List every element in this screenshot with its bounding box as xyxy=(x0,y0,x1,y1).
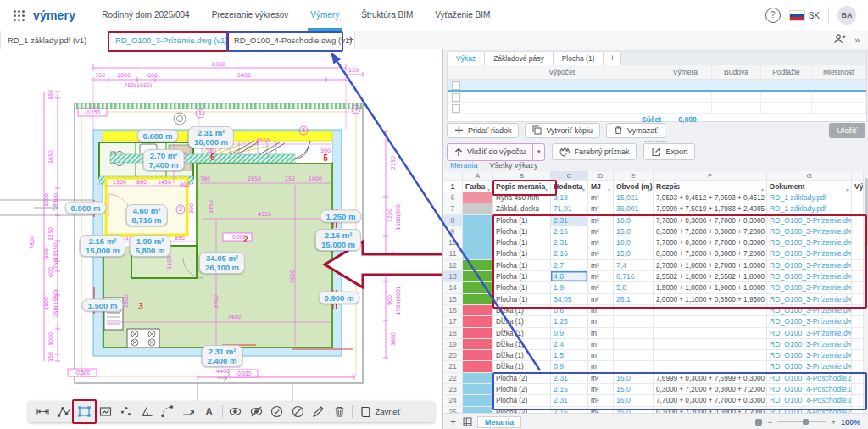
color-swatch-cell[interactable] xyxy=(463,192,493,203)
row-number[interactable]: 24 xyxy=(443,395,463,406)
vykaz-cell[interactable] xyxy=(761,80,812,90)
edit-icon[interactable] xyxy=(310,404,326,420)
cell-popis[interactable]: Plocha (1) xyxy=(493,215,551,226)
cell-popis[interactable]: Plocha (1) xyxy=(493,260,551,271)
color-swatch-cell[interactable] xyxy=(463,305,493,316)
delete-icon[interactable] xyxy=(331,404,348,420)
vykaz-tab-2[interactable]: Základové pásy xyxy=(485,52,554,65)
cell-obvod[interactable]: 8,716 xyxy=(614,271,654,282)
cell-obvod[interactable]: 36,001 xyxy=(614,203,654,214)
cell-popis[interactable]: Dĺžka (1) xyxy=(493,361,551,372)
cell-obvod[interactable]: 26,1 xyxy=(614,294,654,305)
cell-dokument[interactable]: RD_O100_3-Prízemie.dwg xyxy=(767,215,852,226)
cell-hodnota[interactable]: 71,01 xyxy=(551,203,588,214)
measurement-chip[interactable]: 0.600 m xyxy=(137,130,179,142)
row-number[interactable]: 13 xyxy=(443,271,463,282)
cell-hodnota[interactable]: 2,31 xyxy=(551,237,588,248)
cell-mj[interactable]: m² xyxy=(588,248,614,259)
filter-icon[interactable]: ▼ xyxy=(760,184,765,192)
row-number[interactable]: 10 xyxy=(443,237,463,248)
color-swatch-cell[interactable] xyxy=(463,282,493,293)
vykaz-cell[interactable] xyxy=(712,80,761,90)
measurement-chip[interactable]: 2.70 m²7,400 m xyxy=(143,149,185,171)
cell-mj[interactable]: m² xyxy=(588,215,614,226)
cell-obvod[interactable] xyxy=(614,350,654,361)
cell-obvod[interactable] xyxy=(614,328,654,339)
color-swatch-cell[interactable] xyxy=(463,294,493,305)
vykaz-cell[interactable] xyxy=(659,92,712,102)
cell-obvod[interactable]: 15,0 xyxy=(614,248,654,259)
sheet-header-7[interactable]: Dokument▼ xyxy=(767,181,852,192)
cell-obvod[interactable]: 16,0 xyxy=(614,237,654,248)
cell-hodnota[interactable]: 2,31 xyxy=(551,373,588,384)
color-swatch-cell[interactable] xyxy=(463,271,493,282)
document-tab-1[interactable]: RD_1 základy.pdf (v1) xyxy=(0,31,115,49)
cell-popis[interactable]: Plocha (1) xyxy=(493,226,551,237)
filter-icon[interactable]: ▼ xyxy=(607,184,611,192)
cell-popis[interactable]: Plocha (1) xyxy=(493,282,551,293)
color-flag-button[interactable]: Farebný príznak xyxy=(552,143,637,160)
cell-dokument[interactable]: RD_O100_3-Prízemie.dwg xyxy=(767,260,852,271)
cell-popis[interactable]: Základ. doska xyxy=(493,203,551,214)
sheet-header-2[interactable]: Popis merania▼ xyxy=(493,181,551,192)
checkbox[interactable] xyxy=(452,93,460,102)
corner-cell[interactable] xyxy=(443,171,463,181)
cell-popis[interactable]: Dĺžka (1) xyxy=(493,339,551,350)
cell-obvod[interactable]: 15,021 xyxy=(614,192,654,203)
cell-dokument[interactable]: RD_O100_3-Prízemie.dwg xyxy=(767,361,852,372)
cell-dokument[interactable]: RD_O100_4-Poschodie.dwg xyxy=(767,373,852,384)
color-swatch-cell[interactable] xyxy=(463,361,493,372)
chevron-down-icon[interactable]: ▾ xyxy=(532,144,545,160)
sheet-header-6[interactable]: Rozpis▼ xyxy=(654,181,767,192)
cell-rozpis[interactable]: 7,0593 + 0,4512 + 7,0593 + 0,4512 xyxy=(654,192,767,203)
vykaz-cell[interactable] xyxy=(465,103,659,113)
column-letter-A[interactable]: A xyxy=(463,171,493,181)
cell-mj[interactable]: m² xyxy=(588,407,614,413)
row-number[interactable]: 22 xyxy=(443,373,463,384)
cell-mj[interactable]: m xyxy=(588,316,614,327)
vykaz-cell[interactable] xyxy=(812,80,866,90)
nav-item-5[interactable]: Vyťaženie BIM xyxy=(424,0,501,31)
cell-mj[interactable]: m² xyxy=(588,384,614,395)
cell-rozpis[interactable] xyxy=(654,328,767,339)
vykaz-cell[interactable] xyxy=(712,103,761,113)
cell-rozpis[interactable] xyxy=(654,350,767,361)
vykaz-cell[interactable] xyxy=(465,92,659,102)
apps-grid-icon[interactable] xyxy=(14,10,25,21)
vykaz-column-2[interactable]: Výmera xyxy=(659,65,712,79)
cell-dokument[interactable]: RD_1 základy.pdf xyxy=(767,192,852,203)
cell-obvod[interactable]: 16,0 xyxy=(614,215,654,226)
cell-dokument[interactable]: RD_O100_4-Poschodie.dwg xyxy=(767,407,852,413)
row-number[interactable]: 17 xyxy=(443,316,463,327)
vykaz-empty-row[interactable] xyxy=(448,80,866,92)
approve-icon[interactable] xyxy=(269,404,285,420)
help-icon[interactable]: ? xyxy=(765,8,781,23)
cell-popis[interactable]: Ryha 450 mm xyxy=(493,192,551,203)
color-swatch-cell[interactable] xyxy=(463,407,493,413)
cell-obvod[interactable] xyxy=(614,339,654,350)
cell-hodnota[interactable]: 2,31 xyxy=(551,395,588,406)
cell-obvod[interactable]: 15,0 xyxy=(614,384,654,395)
color-swatch-cell[interactable] xyxy=(463,373,493,384)
sheet-header-8[interactable]: Výš xyxy=(852,181,864,192)
cell-dokument[interactable]: RD_O100_3-Prízemie.dwg xyxy=(767,316,852,327)
spreadsheet-scrollbar[interactable] xyxy=(864,171,868,413)
cell-hodnota[interactable]: 2,16 xyxy=(551,248,588,259)
cell-popis[interactable]: Plocha (1) xyxy=(493,294,551,305)
vykaz-cell[interactable] xyxy=(761,92,812,102)
avatar[interactable]: BA xyxy=(837,6,856,25)
cell-rozpis[interactable]: 7,6999 + 0,3000 + 7,6999 + 0,3000 xyxy=(654,373,767,384)
cell-hodnota[interactable]: 2,16 xyxy=(551,384,588,395)
sheet-header-3[interactable]: Hodnota▼ xyxy=(551,181,588,192)
cell-dokument[interactable]: RD_O100_3-Prízemie.dwg xyxy=(767,350,852,361)
cell-popis[interactable]: Dĺžka (1) xyxy=(493,328,551,339)
hide-icon[interactable] xyxy=(248,404,264,420)
row-number[interactable]: 19 xyxy=(443,339,463,350)
color-swatch-cell[interactable] xyxy=(463,215,493,226)
cell-obvod[interactable] xyxy=(614,361,654,372)
row-number[interactable]: 21 xyxy=(443,361,463,372)
cell-popis[interactable]: Plocha (1) xyxy=(493,271,551,282)
color-swatch-cell[interactable] xyxy=(463,248,493,259)
cell-dokument[interactable]: RD_O100_3-Prízemie.dwg xyxy=(767,226,852,237)
nav-item-3[interactable]: Výmery xyxy=(299,0,350,31)
